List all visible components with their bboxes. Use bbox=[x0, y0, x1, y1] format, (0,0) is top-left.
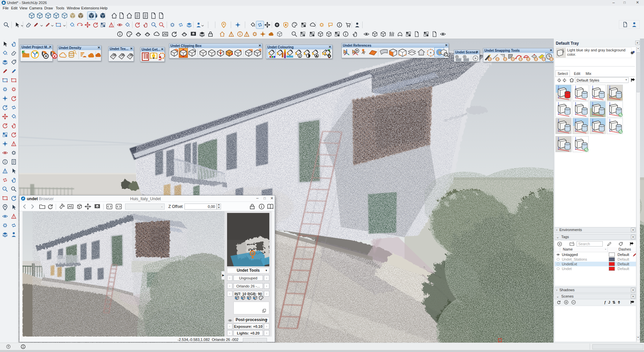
svg-text:+: + bbox=[45, 53, 47, 59]
svg-text:x: x bbox=[53, 53, 56, 59]
svg-text:Z: Z bbox=[299, 54, 301, 58]
